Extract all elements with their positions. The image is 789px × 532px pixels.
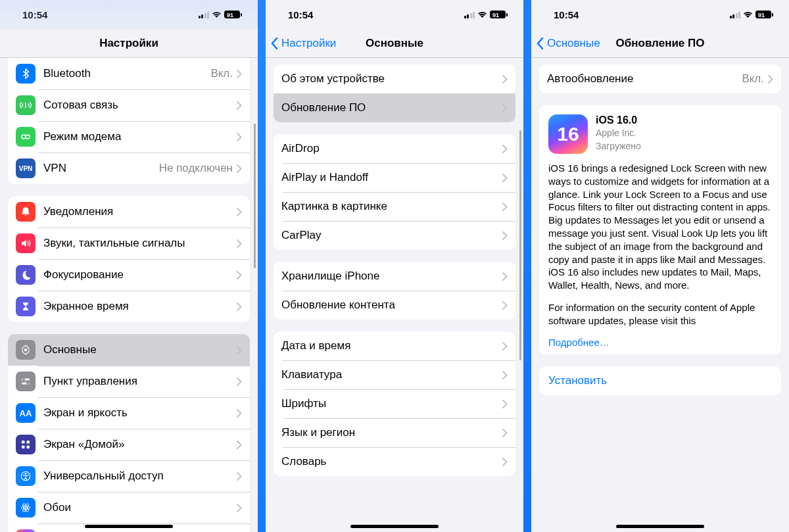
general-list[interactable]: Об этом устройствеОбновление ПОAirDropAi…: [266, 58, 523, 532]
nav-header: Основные Обновление ПО: [531, 29, 789, 58]
chevron-left-icon: [271, 37, 279, 50]
settings-row-Фокусирование[interactable]: Фокусирование: [8, 259, 250, 291]
row-label: Сотовая связь: [43, 99, 237, 112]
back-label: Основные: [547, 37, 600, 50]
general-row-Картинка в картинке[interactable]: Картинка в картинке: [274, 192, 515, 221]
row-label: AirDrop: [281, 142, 502, 155]
software-update-screen: 10:54 91 Основные Обновление ПО Автообно…: [531, 0, 789, 532]
row-label: Дата и время: [281, 339, 502, 352]
nav-header: Настройки: [0, 29, 258, 58]
row-label: Обновление контента: [281, 299, 502, 312]
scrollbar[interactable]: [519, 130, 521, 360]
chevron-right-icon: [237, 271, 242, 279]
back-button[interactable]: Основные: [537, 37, 600, 50]
general-row-Шрифты[interactable]: Шрифты: [274, 389, 515, 418]
settings-row-Уведомления[interactable]: Уведомления: [8, 196, 250, 228]
settings-row-Режим модема[interactable]: Режим модема: [8, 121, 250, 153]
home-indicator[interactable]: [85, 525, 173, 528]
settings-row-VPN[interactable]: VPNVPNНе подключен: [8, 153, 250, 184]
settings-row-Экран и яркость[interactable]: AAЭкран и яркость: [8, 397, 250, 429]
chevron-right-icon: [502, 231, 508, 240]
status-indicators: 91: [199, 11, 243, 18]
back-button[interactable]: Настройки: [271, 37, 336, 50]
status-indicators: 91: [730, 11, 774, 18]
svg-rect-9: [22, 446, 25, 449]
software-update-content[interactable]: Автообновление Вкл. 16 iOS 16.0 Apple In…: [531, 58, 789, 532]
gear-icon: [16, 340, 36, 360]
settings-row-Bluetooth[interactable]: BluetoothВкл.: [8, 58, 250, 89]
row-label: Хранилище iPhone: [281, 270, 502, 283]
row-label: Картинка в картинке: [281, 200, 502, 213]
general-row-Язык и регион[interactable]: Язык и регион: [274, 418, 515, 447]
settings-row-Универсальный доступ[interactable]: Универсальный доступ: [8, 460, 250, 492]
bluetooth-icon: [16, 64, 36, 84]
chevron-right-icon: [237, 302, 242, 311]
svg-rect-8: [27, 441, 30, 444]
status-time: 10:54: [288, 9, 313, 20]
learn-more-link[interactable]: Подробнее…: [548, 337, 772, 348]
row-label: Словарь: [281, 455, 502, 468]
settings-row-Экранное время[interactable]: Экранное время: [8, 291, 250, 322]
chevron-left-icon: [537, 37, 544, 50]
settings-row-Обои[interactable]: Обои: [8, 492, 250, 523]
chevron-right-icon: [237, 441, 242, 449]
row-label: Основные: [43, 343, 237, 356]
row-label: Фокусирование: [43, 268, 237, 281]
moon-icon: [16, 265, 36, 285]
auto-update-row[interactable]: Автообновление Вкл.: [539, 64, 781, 93]
general-row-Дата и время[interactable]: Дата и время: [274, 331, 515, 360]
svg-point-2: [24, 349, 28, 352]
general-row-Обновление контента[interactable]: Обновление контента: [274, 291, 515, 320]
status-bar: 10:54 91: [531, 0, 789, 29]
back-label: Настройки: [281, 37, 336, 50]
atom-icon: [16, 498, 36, 518]
install-button[interactable]: Установить: [539, 366, 781, 395]
row-label: Экран и яркость: [43, 406, 237, 420]
update-status: Загружено: [596, 141, 641, 151]
settings-row-Сотовая связь[interactable]: Сотовая связь: [8, 89, 250, 121]
scrollbar[interactable]: [254, 124, 256, 268]
row-label: Универсальный доступ: [43, 470, 237, 483]
settings-row-Звуки, тактильные сигналы[interactable]: Звуки, тактильные сигналы: [8, 228, 250, 259]
row-label: Уведомления: [43, 205, 237, 218]
row-label: Язык и регион: [281, 426, 502, 439]
bell-icon: [16, 202, 36, 222]
general-row-Хранилище iPhone[interactable]: Хранилище iPhone: [274, 262, 515, 291]
chevron-right-icon: [237, 239, 242, 248]
wifi-icon: [212, 11, 222, 18]
status-bar: 10:54 91: [266, 0, 523, 29]
row-label: Bluetooth: [43, 67, 210, 80]
page-title: Основные: [366, 37, 423, 50]
chevron-right-icon: [768, 75, 773, 84]
settings-row-Пункт управления[interactable]: Пункт управления: [8, 366, 250, 397]
chevron-right-icon: [237, 409, 242, 418]
general-row-CarPlay[interactable]: CarPlay: [274, 221, 515, 250]
chevron-right-icon: [237, 504, 242, 512]
svg-point-0: [22, 135, 26, 139]
chevron-right-icon: [502, 104, 508, 112]
general-row-AirDrop[interactable]: AirDrop: [274, 134, 515, 163]
home-indicator[interactable]: [616, 525, 704, 528]
general-row-Клавиатура[interactable]: Клавиатура: [274, 360, 515, 389]
general-row-Обновление ПО[interactable]: Обновление ПО: [274, 93, 515, 122]
nav-header: Настройки Основные: [266, 29, 523, 58]
row-label: Клавиатура: [281, 368, 502, 381]
row-label: Об этом устройстве: [281, 72, 502, 85]
svg-point-6: [26, 382, 29, 385]
update-description: iOS 16 brings a redesigned Lock Screen w…: [548, 162, 772, 327]
hotspot-icon: [16, 127, 36, 147]
general-row-Словарь[interactable]: Словарь: [274, 447, 515, 476]
svg-point-13: [25, 507, 27, 509]
settings-list[interactable]: BluetoothВкл.Сотовая связьРежим модемаVP…: [0, 58, 258, 532]
chevron-right-icon: [502, 272, 508, 281]
general-row-AirPlay и Handoff[interactable]: AirPlay и Handoff: [274, 163, 515, 192]
settings-row-Основные[interactable]: Основные: [8, 334, 250, 366]
home-indicator[interactable]: [350, 525, 439, 528]
chevron-right-icon: [237, 472, 242, 481]
aa-icon: AA: [16, 403, 36, 423]
general-row-Об этом устройстве[interactable]: Об этом устройстве: [274, 64, 515, 93]
row-detail: Не подключен: [159, 162, 233, 175]
row-label: VPN: [43, 162, 159, 175]
settings-row-Экран «Домой»[interactable]: Экран «Домой»: [8, 429, 250, 460]
svg-rect-10: [27, 446, 30, 449]
